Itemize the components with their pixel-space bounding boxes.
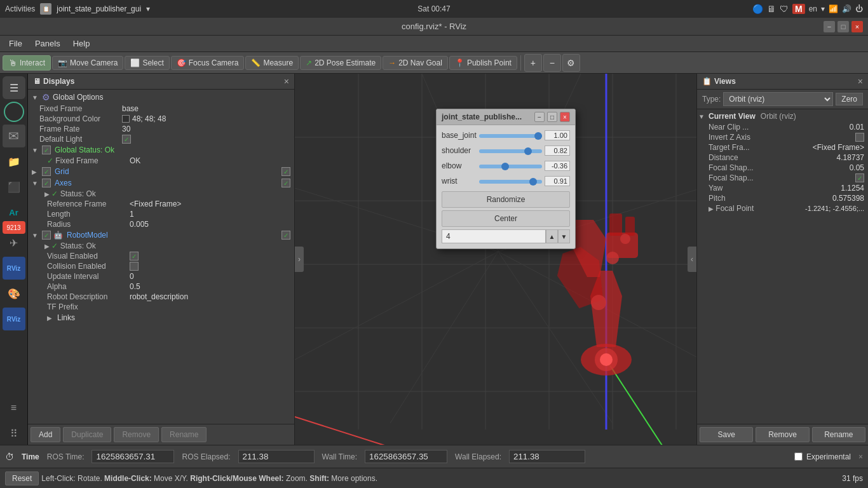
minimize-button[interactable]: − <box>824 21 835 32</box>
time-bar-close[interactable]: × <box>858 452 863 461</box>
invert-z-checkbox[interactable] <box>855 133 864 142</box>
global-status-row[interactable]: ▼ Global Status: Ok <box>29 144 293 156</box>
grid-checkbox[interactable] <box>42 167 51 176</box>
sidebar-icon-arduino[interactable]: Ar <box>3 201 25 224</box>
sidebar-icon-apps[interactable]: ⠿ <box>3 422 25 445</box>
wall-time-input[interactable] <box>365 450 447 463</box>
focal-point-value[interactable]: -1.2241; -2.4556;... <box>805 205 864 212</box>
sidebar-icon-layers[interactable]: ≡ <box>3 396 25 419</box>
randomize-button[interactable]: Randomize <box>442 191 570 208</box>
menu-panels[interactable]: Panels <box>29 37 67 50</box>
joint-slider-wrist[interactable] <box>479 177 542 186</box>
dialog-restore-button[interactable]: □ <box>547 112 557 122</box>
settings-toolbar-button[interactable]: ⚙ <box>562 54 580 72</box>
sidebar-icon-chrome[interactable] <box>4 102 24 122</box>
interact-button[interactable]: 🖱 Interact <box>3 55 51 71</box>
joint-input-base[interactable] <box>545 130 570 140</box>
global-status-arrow[interactable]: ▼ <box>32 147 39 154</box>
frame-rate-value[interactable]: 30 <box>122 125 130 133</box>
yaw-value[interactable]: 1.1254 <box>841 184 864 193</box>
visual-enabled-checkbox[interactable] <box>130 252 139 261</box>
robot-model-checkbox[interactable] <box>42 231 51 240</box>
spinbox-down-button[interactable]: ▼ <box>558 229 570 243</box>
axes-radius-value[interactable]: 0.005 <box>130 220 149 229</box>
app-menu-arrow[interactable]: ▾ <box>146 4 150 13</box>
sidebar-icon-terminal[interactable]: ⬛ <box>3 175 25 198</box>
axes-vis-check[interactable]: ✓ <box>281 179 290 187</box>
robot-model-row[interactable]: ▼ 🤖 RobotModel ✓ <box>29 229 293 241</box>
axes-row[interactable]: ▼ Axes ✓ <box>29 177 293 189</box>
displays-panel-close[interactable]: × <box>284 76 289 86</box>
axes-ref-frame-value[interactable]: <Fixed Frame> <box>130 200 181 208</box>
spinbox-up-button[interactable]: ▲ <box>546 229 558 243</box>
current-view-arrow[interactable]: ▼ <box>698 113 706 120</box>
global-status-check[interactable] <box>42 146 51 154</box>
alpha-value[interactable]: 0.5 <box>130 282 140 291</box>
save-view-button[interactable]: Save <box>700 427 753 442</box>
activities-label[interactable]: Activities <box>5 4 35 13</box>
reset-button[interactable]: Reset <box>5 471 39 485</box>
axes-length-value[interactable]: 1 <box>130 210 134 219</box>
global-options-row[interactable]: ▼ ⚙ Global Options <box>29 91 293 104</box>
background-color-swatch[interactable] <box>122 115 130 123</box>
joint-input-elbow[interactable] <box>545 161 570 171</box>
joint-input-wrist[interactable] <box>545 176 570 186</box>
links-row[interactable]: ▶ Links <box>29 312 293 323</box>
views-panel-close[interactable]: × <box>858 76 863 86</box>
move-camera-button[interactable]: 📷 Move Camera <box>52 56 123 70</box>
robot-desc-value[interactable]: robot_description <box>130 292 188 301</box>
pitch-value[interactable]: 0.575398 <box>832 194 864 203</box>
links-arrow[interactable]: ▶ <box>47 315 55 322</box>
focal-shape-size-value[interactable]: 0.05 <box>850 163 864 172</box>
robot-model-arrow[interactable]: ▼ <box>32 232 39 239</box>
menu-file[interactable]: File <box>3 37 29 50</box>
displays-tree[interactable]: ▼ ⚙ Global Options Fixed Frame base Back… <box>28 90 294 424</box>
update-interval-value[interactable]: 0 <box>130 272 134 281</box>
joint-slider-elbow[interactable] <box>479 161 542 170</box>
ros-elapsed-input[interactable] <box>238 450 315 463</box>
right-panel-collapse-button[interactable]: ‹ <box>688 247 696 272</box>
views-zero-button[interactable]: Zero <box>836 93 863 105</box>
duplicate-button[interactable]: Duplicate <box>63 427 111 442</box>
close-button[interactable]: × <box>851 21 863 32</box>
focus-camera-button[interactable]: 🎯 Focus Camera <box>171 56 245 70</box>
spinbox-input[interactable] <box>442 229 546 243</box>
robot-vis-check[interactable]: ✓ <box>281 231 290 240</box>
add-toolbar-button[interactable]: + <box>524 54 542 72</box>
axes-checkbox[interactable] <box>42 179 51 187</box>
grid-vis-check[interactable]: ✓ <box>281 167 290 176</box>
distance-value[interactable]: 4.18737 <box>837 153 864 162</box>
left-panel-collapse-button[interactable]: › <box>295 247 304 272</box>
sidebar-icon-mail[interactable]: ✉ <box>3 125 25 147</box>
sidebar-icon-rviz[interactable]: RViz <box>3 257 25 280</box>
2d-nav-button[interactable]: → 2D Nav Goal <box>383 56 448 70</box>
dialog-close-button[interactable]: × <box>560 112 570 122</box>
sidebar-icon-nav[interactable]: ☰ <box>3 76 25 99</box>
remove-view-button[interactable]: Remove <box>756 427 809 442</box>
grid-arrow[interactable]: ▶ <box>32 168 39 175</box>
remove-toolbar-button[interactable]: − <box>543 54 561 72</box>
focal-shape-fixed-checkbox[interactable] <box>855 173 864 182</box>
joint-input-shoulder[interactable] <box>545 146 570 156</box>
target-frame-value[interactable]: <Fixed Frame> <box>813 143 864 152</box>
experimental-checkbox[interactable] <box>794 452 803 461</box>
sidebar-icon-paint[interactable]: 🎨 <box>3 282 25 305</box>
sidebar-icon-folder[interactable]: 📁 <box>3 150 25 173</box>
menu-help[interactable]: Help <box>67 37 97 50</box>
2d-pose-button[interactable]: ↗ 2D Pose Estimate <box>300 56 381 70</box>
select-button[interactable]: ⬜ Select <box>125 56 169 70</box>
axes-arrow[interactable]: ▼ <box>32 180 39 187</box>
joint-slider-shoulder[interactable] <box>479 146 542 155</box>
dialog-minimize-button[interactable]: − <box>534 112 545 122</box>
viewport[interactable]: ‹ › joint_state_publishe... − □ × base_j… <box>295 74 696 445</box>
fixed-frame-value[interactable]: base <box>122 104 139 113</box>
near-clip-value[interactable]: 0.01 <box>850 123 864 132</box>
publish-point-button[interactable]: 📍 Publish Point <box>449 56 517 70</box>
default-light-checkbox[interactable] <box>122 135 131 144</box>
maximize-button[interactable]: □ <box>837 21 849 32</box>
views-type-select[interactable]: Orbit (rviz) <box>723 92 833 106</box>
wall-elapsed-input[interactable] <box>509 450 585 463</box>
global-options-arrow[interactable]: ▼ <box>32 94 39 101</box>
background-color-value[interactable]: 48; 48; 48 <box>132 114 166 123</box>
current-view-header[interactable]: ▼ Current View Orbit (rviz) <box>698 111 867 122</box>
